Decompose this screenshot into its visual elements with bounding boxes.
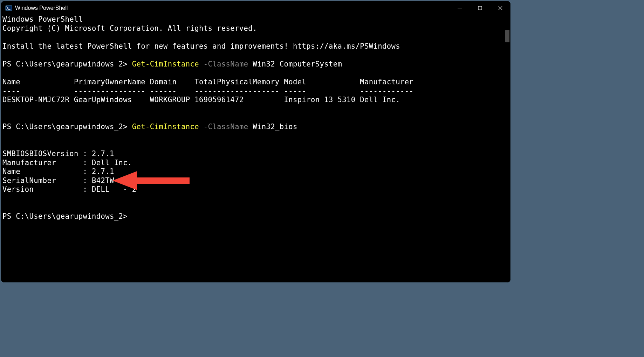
- table-row: DESKTOP-NMJC72R GearUpWindows WORKGROUP …: [2, 96, 400, 104]
- svg-rect-0: [6, 6, 12, 10]
- param-flag-2: -ClassName: [199, 122, 248, 131]
- bios-line-1: SMBIOSBIOSVersion : 2.7.1: [2, 149, 114, 158]
- terminal-content: Windows PowerShell Copyright (C) Microso…: [1, 15, 511, 221]
- bios-line-5: Version : DELL - 2: [2, 185, 137, 194]
- banner-line1: Windows PowerShell: [2, 15, 83, 23]
- table-divider: ---- ---------------- ------ -----------…: [2, 87, 413, 95]
- close-button[interactable]: [490, 1, 511, 15]
- banner-line2: Copyright (C) Microsoft Corporation. All…: [2, 24, 257, 33]
- terminal-body[interactable]: Windows PowerShell Copyright (C) Microso…: [1, 15, 511, 282]
- param-flag-1: -ClassName: [199, 60, 248, 68]
- param-value-2: Win32_bios: [248, 122, 297, 131]
- cmdlet-2: Get-CimInstance: [128, 122, 199, 131]
- install-hint: Install the latest PowerShell for new fe…: [2, 42, 400, 50]
- prompt-1: PS C:\Users\gearupwindows_2>: [2, 60, 128, 68]
- cmdlet-1: Get-CimInstance: [128, 60, 199, 68]
- powershell-window: Windows PowerShell Windows PowerShell Co…: [1, 1, 511, 283]
- title-bar[interactable]: Windows PowerShell: [1, 1, 511, 15]
- param-value-1: Win32_ComputerSystem: [248, 60, 342, 68]
- prompt-2: PS C:\Users\gearupwindows_2>: [2, 122, 128, 131]
- table-header: Name PrimaryOwnerName Domain TotalPhysic…: [2, 78, 413, 86]
- window-controls: [450, 1, 511, 15]
- bios-line-3: Name : 2.7.1: [2, 167, 114, 176]
- maximize-button[interactable]: [470, 1, 490, 15]
- powershell-icon: [5, 5, 12, 12]
- bios-line-2: Manufacturer : Dell Inc.: [2, 159, 132, 167]
- prompt-3: PS C:\Users\gearupwindows_2>: [2, 212, 128, 220]
- window-title: Windows PowerShell: [15, 5, 450, 11]
- svg-rect-1: [478, 6, 482, 10]
- scrollbar-thumb[interactable]: [505, 30, 509, 42]
- minimize-button[interactable]: [450, 1, 470, 15]
- bios-line-4: SerialNumber : B42TW: [2, 176, 114, 185]
